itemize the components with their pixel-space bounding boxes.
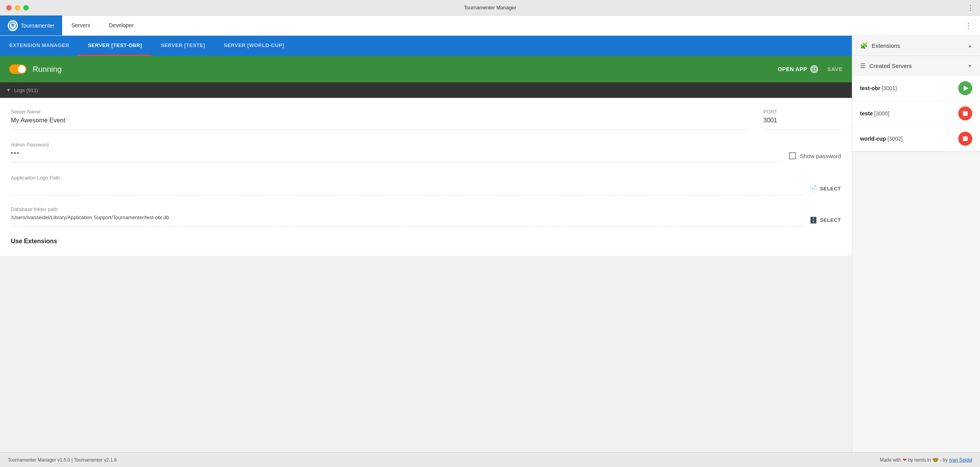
db-path-row: Database folder path /Users/ivanseidel/L…: [11, 206, 841, 227]
top-nav: Tournamenter Servers Developer ⋮: [0, 16, 980, 36]
admin-password-label: Admin Password: [11, 142, 780, 148]
logo-path-value[interactable]: [11, 183, 803, 195]
server-name-port-row: Server Name My Awesome Event PORT 3001: [11, 109, 841, 129]
show-password-group: Show password: [789, 152, 841, 162]
server-item-world-cup[interactable]: world-cup [3002]: [852, 126, 980, 152]
extensions-section-title: 🧩 Extensions: [860, 42, 900, 49]
puzzle-icon: 🧩: [860, 42, 868, 49]
form-wrapper: Server Name My Awesome Event PORT 3001 A…: [0, 98, 852, 452]
brand-icon: [8, 20, 18, 31]
status-bar: Running OPEN APP SAVE: [0, 56, 852, 82]
form-area: Server Name My Awesome Event PORT 3001 A…: [0, 98, 852, 256]
open-app-label: OPEN APP: [778, 66, 807, 72]
main-layout: EXTENSION MANAGER SERVER [TEST-OBR] SERV…: [0, 36, 980, 452]
created-servers-section: ☰ Created Servers ▼ test-obr [3001]: [852, 56, 980, 152]
content-area: EXTENSION MANAGER SERVER [TEST-OBR] SERV…: [0, 36, 852, 452]
app-container: Tournamenter Servers Developer ⋮ EXTENSI…: [0, 16, 980, 467]
close-button[interactable]: [6, 5, 12, 10]
logo-path-row: Application Logo Path 📄 SELECT: [11, 175, 841, 195]
brand-name: Tournamenter: [21, 23, 54, 29]
use-extensions-title: Use Extensions: [11, 238, 841, 245]
server-item-teste-name: teste [3000]: [860, 110, 890, 117]
admin-password-group: Admin Password •••: [11, 142, 780, 162]
window-controls: [6, 5, 29, 10]
version-text: Tournamenter Manager v1.5.0 | Tournament…: [8, 457, 116, 463]
server-item-world-cup-name: world-cup [3002]: [860, 136, 903, 142]
nav-tab-developer[interactable]: Developer: [99, 16, 143, 35]
bottom-credit: Made with ❤ by nerds in 🤓 - by Ivan Seid…: [880, 457, 972, 463]
server-name-value[interactable]: My Awesome Event: [11, 117, 748, 129]
tab-bar: EXTENSION MANAGER SERVER [TEST-OBR] SERV…: [0, 36, 852, 56]
author-link[interactable]: Ivan Seidel: [949, 457, 972, 463]
tab-server-world-cup[interactable]: SERVER [WORLD-CUP]: [215, 36, 294, 56]
brand: Tournamenter: [0, 16, 62, 35]
server-status-button-teste[interactable]: [958, 106, 972, 120]
logs-chevron-icon: ▼: [6, 87, 11, 93]
db-path-label: Database folder path: [11, 206, 841, 212]
logo-select-button[interactable]: 📄 SELECT: [810, 185, 841, 195]
server-status-button-test-obr[interactable]: [958, 81, 972, 95]
admin-password-row: Admin Password ••• Show password: [11, 142, 841, 162]
server-item-test-obr[interactable]: test-obr [3001]: [852, 76, 980, 101]
file-icon: 📄: [810, 185, 818, 192]
admin-password-value[interactable]: •••: [11, 150, 780, 162]
server-name-group: Server Name My Awesome Event: [11, 109, 748, 129]
window-title: Tournamenter Manager: [464, 5, 516, 10]
more-menu-button[interactable]: ⋮: [967, 3, 974, 12]
running-toggle[interactable]: [9, 64, 26, 74]
globe-icon: [810, 65, 818, 73]
created-servers-chevron-icon: ▼: [968, 63, 972, 69]
extensions-chevron-icon: ▲: [968, 43, 972, 49]
logs-bar[interactable]: ▼ Logs (911): [0, 82, 852, 98]
nav-tab-servers[interactable]: Servers: [62, 16, 99, 35]
stop-icon: [963, 111, 968, 116]
save-button[interactable]: SAVE: [827, 66, 843, 72]
port-label: PORT: [763, 109, 841, 115]
nav-more-button[interactable]: ⋮: [964, 21, 972, 30]
by-text: - by: [940, 457, 948, 463]
created-servers-title: ☰ Created Servers: [860, 62, 912, 70]
logo-input-row: 📄 SELECT: [11, 183, 841, 195]
tab-server-teste[interactable]: SERVER [TESTE]: [151, 36, 214, 56]
logo-path-label: Application Logo Path: [11, 175, 841, 181]
heart-icon: ❤: [903, 457, 907, 463]
server-item-test-obr-name: test-obr [3001]: [860, 85, 897, 91]
db-icon: 🗄️: [810, 216, 818, 224]
db-input-row: /Users/ivanseidel/Library/Application Su…: [11, 214, 841, 227]
minimize-button[interactable]: [15, 5, 20, 10]
server-list-icon: ☰: [860, 62, 865, 70]
play-icon: [964, 85, 968, 91]
logs-text: Logs (911): [14, 87, 38, 93]
show-password-checkbox[interactable]: [789, 152, 796, 159]
title-bar: Tournamenter Manager ⋮: [0, 0, 980, 16]
made-with-text: Made with: [880, 457, 901, 463]
port-value[interactable]: 3001: [763, 117, 841, 129]
show-password-label: Show password: [800, 153, 841, 159]
status-actions: OPEN APP SAVE: [778, 65, 843, 73]
bottom-status-bar: Tournamenter Manager v1.5.0 | Tournament…: [0, 452, 980, 467]
by-nerds-text: by nerds in: [908, 457, 931, 463]
extensions-section-header[interactable]: 🧩 Extensions ▲: [852, 36, 980, 56]
sidebar: 🧩 Extensions ▲ ☰ Created Servers ▼: [852, 36, 980, 452]
extensions-section: 🧩 Extensions ▲: [852, 36, 980, 56]
open-app-button[interactable]: OPEN APP: [778, 65, 818, 73]
server-item-teste[interactable]: teste [3000]: [852, 101, 980, 126]
status-text: Running: [33, 65, 62, 74]
tab-server-test-obr[interactable]: SERVER [TEST-OBR]: [78, 36, 151, 56]
server-status-button-world-cup[interactable]: [958, 132, 972, 146]
db-select-button[interactable]: 🗄️ SELECT: [810, 216, 841, 227]
tab-extension-manager[interactable]: EXTENSION MANAGER: [0, 36, 78, 56]
nerd-emoji: 🤓: [933, 457, 938, 463]
port-group: PORT 3001: [763, 109, 841, 129]
db-path-value[interactable]: /Users/ivanseidel/Library/Application Su…: [11, 214, 803, 227]
server-name-label: Server Name: [11, 109, 748, 115]
maximize-button[interactable]: [23, 5, 29, 10]
stop-icon-world-cup: [963, 136, 968, 141]
created-servers-header[interactable]: ☰ Created Servers ▼: [852, 56, 980, 76]
nav-tabs: Servers Developer: [62, 16, 143, 35]
